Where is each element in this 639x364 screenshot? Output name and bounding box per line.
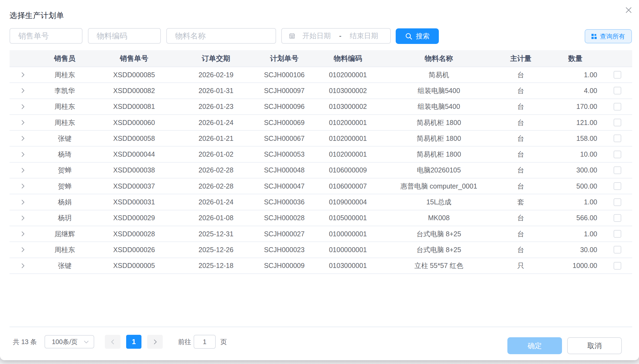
checkbox-cell <box>603 230 632 238</box>
table-row: 杨琦XSDD0000442026-01-02SCJH00005301020000… <box>10 147 632 162</box>
table-row: 张键XSDD0000052025-12-18SCJH00000901030000… <box>10 258 632 274</box>
due-date-cell: 2026-01-24 <box>175 119 257 127</box>
material-code-cell: 0103000002 <box>312 87 384 95</box>
expand-row-icon[interactable] <box>17 85 28 96</box>
plan-no-cell: SCJH000048 <box>257 166 312 174</box>
row-checkbox[interactable] <box>614 246 621 253</box>
row-checkbox[interactable] <box>614 71 621 79</box>
plan-no-cell: SCJH000027 <box>257 230 312 238</box>
material-code-cell: 0106000007 <box>312 182 384 190</box>
unit-cell: 台 <box>493 182 548 191</box>
plan-no-cell: SCJH000097 <box>257 87 312 95</box>
row-checkbox[interactable] <box>614 151 621 158</box>
material-code-cell: 0105000001 <box>312 214 384 222</box>
checkbox-cell <box>603 182 632 190</box>
row-checkbox[interactable] <box>614 87 621 94</box>
row-checkbox[interactable] <box>614 262 621 270</box>
material-code-cell: 0103000002 <box>312 103 384 111</box>
expand-row-icon[interactable] <box>17 260 28 271</box>
expand-row-icon[interactable] <box>17 228 28 239</box>
table-row: 杨娟XSDD0000312026-01-24SCJH00003601090000… <box>10 194 632 210</box>
header-unit: 主计量 <box>493 54 548 63</box>
row-checkbox[interactable] <box>614 230 621 238</box>
order-no-cell: XSDD000082 <box>93 87 175 95</box>
expand-row-icon[interactable] <box>17 213 28 223</box>
start-date-input[interactable] <box>295 32 338 40</box>
qty-cell: 1000.00 <box>548 262 603 270</box>
expand-row-icon[interactable] <box>17 133 28 144</box>
cancel-button[interactable]: 取消 <box>567 337 622 354</box>
due-date-cell: 2026-01-21 <box>175 135 257 142</box>
due-date-cell: 2025-12-31 <box>175 230 257 238</box>
end-date-input[interactable] <box>342 32 385 40</box>
expand-cell <box>10 85 36 96</box>
material-name-cell: MK008 <box>384 214 493 222</box>
header-order-no: 销售单号 <box>93 54 175 63</box>
unit-cell: 台 <box>493 229 548 238</box>
goto-page-label: 前往 <box>178 338 191 346</box>
material-code-input[interactable] <box>88 28 161 44</box>
select-production-plan-dialog: 选择生产计划单 - <box>0 0 639 360</box>
expand-cell <box>10 133 36 144</box>
date-range-picker[interactable]: - <box>281 28 391 44</box>
dialog-close-button[interactable] <box>624 5 634 15</box>
order-no-cell: XSDD000029 <box>93 214 175 222</box>
unit-cell: 台 <box>493 70 548 79</box>
chevron-right-icon <box>152 338 159 345</box>
qty-cell: 300.00 <box>548 166 603 174</box>
table-row: 李凯华XSDD0000822026-01-31SCJH0000970103000… <box>10 83 632 99</box>
material-name-input[interactable] <box>166 28 276 44</box>
page-number-1[interactable]: 1 <box>126 335 141 349</box>
expand-row-icon[interactable] <box>17 149 28 160</box>
table-row: 贺蝉XSDD0000372026-02-28SCJH00004701060000… <box>10 178 632 194</box>
row-checkbox[interactable] <box>614 182 621 190</box>
expand-row-icon[interactable] <box>17 117 28 128</box>
expand-cell <box>10 197 36 208</box>
plan-no-cell: SCJH000028 <box>257 214 312 222</box>
next-page-button[interactable] <box>147 335 163 349</box>
material-name-cell: 台式电脑 8+25 <box>384 245 493 254</box>
due-date-cell: 2026-01-24 <box>175 198 257 206</box>
sales-order-input[interactable] <box>10 28 82 44</box>
page-size-select[interactable]: 100条/页 <box>45 335 94 348</box>
goto-page-input[interactable] <box>194 335 216 349</box>
header-plan-no: 计划单号 <box>257 54 312 63</box>
row-checkbox[interactable] <box>614 119 621 126</box>
expand-row-icon[interactable] <box>17 69 28 80</box>
row-checkbox[interactable] <box>614 135 621 142</box>
prev-page-button[interactable] <box>105 335 120 349</box>
expand-row-icon[interactable] <box>17 181 28 192</box>
checkbox-cell <box>603 135 632 142</box>
material-name-cell: 电脑20260105 <box>384 166 493 175</box>
material-code-cell: 0109000004 <box>312 198 384 206</box>
expand-row-icon[interactable] <box>17 165 28 176</box>
unit-cell: 台 <box>493 213 548 222</box>
chevron-left-icon <box>109 338 116 345</box>
plan-no-cell: SCJH000023 <box>257 246 312 254</box>
order-no-cell: XSDD000005 <box>93 262 175 270</box>
expand-row-icon[interactable] <box>17 244 28 255</box>
qty-cell: 500.00 <box>548 182 603 190</box>
row-checkbox[interactable] <box>614 214 621 222</box>
row-checkbox[interactable] <box>614 166 621 174</box>
salesperson-cell: 周桂东 <box>36 70 93 79</box>
expand-row-icon[interactable] <box>17 101 28 112</box>
checkbox-cell <box>603 119 632 126</box>
due-date-cell: 2026-01-31 <box>175 87 257 95</box>
row-checkbox[interactable] <box>614 198 621 206</box>
qty-cell: 158.00 <box>548 135 603 142</box>
salesperson-cell: 张键 <box>36 134 93 143</box>
unit-cell: 台 <box>493 166 548 175</box>
row-checkbox[interactable] <box>614 103 621 111</box>
confirm-button[interactable]: 确定 <box>507 337 562 354</box>
query-all-button[interactable]: 查询所有 <box>585 29 632 43</box>
header-qty: 数量 <box>548 54 603 63</box>
header-due-date: 订单交期 <box>175 54 257 63</box>
order-no-cell: XSDD000081 <box>93 103 175 111</box>
search-button[interactable]: 搜索 <box>396 28 439 44</box>
footer-divider <box>10 327 632 327</box>
plan-no-cell: SCJH000053 <box>257 150 312 158</box>
checkbox-cell <box>603 262 632 270</box>
production-plan-table: 销售员 销售单号 订单交期 计划单号 物料编码 物料名称 主计量 数量 周桂东X… <box>10 50 632 274</box>
expand-row-icon[interactable] <box>17 197 28 208</box>
